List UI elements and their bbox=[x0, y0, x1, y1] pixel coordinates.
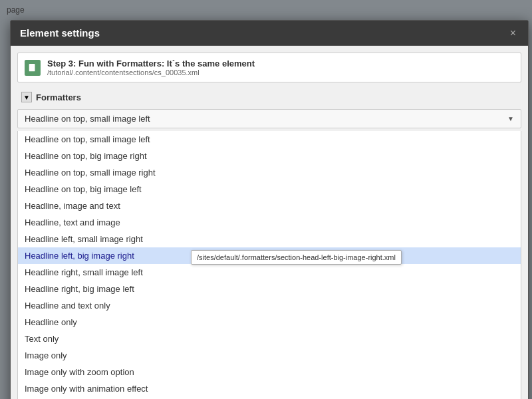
element-step-label: Step 3: Fun with Formatters: It´s the sa… bbox=[47, 59, 255, 68]
formatters-label: Formatters bbox=[36, 92, 81, 102]
element-text-block: Step 3: Fun with Formatters: It´s the sa… bbox=[47, 59, 255, 76]
chevron-down-icon: ▼ bbox=[507, 115, 514, 122]
list-item[interactable]: Headline on top, small image right bbox=[18, 164, 521, 181]
modal-body: Step 3: Fun with Formatters: It´s the sa… bbox=[11, 46, 528, 399]
list-item-selected[interactable]: Headline left, big image right /sites/de… bbox=[18, 247, 521, 264]
list-item[interactable]: Headline only bbox=[18, 314, 521, 331]
list-item[interactable]: Headline, text and image bbox=[18, 214, 521, 231]
formatter-dropdown-list: Headline on top, small image left Headli… bbox=[17, 131, 521, 399]
list-item[interactable]: Headline right, small image left bbox=[18, 264, 521, 281]
formatter-dropdown-select[interactable]: Headline on top, small image left ▼ bbox=[17, 109, 521, 128]
formatters-toggle-button[interactable]: ▼ bbox=[21, 92, 32, 102]
element-path-label: /tutorial/.content/contentsections/cs_00… bbox=[47, 68, 255, 76]
formatters-header: ▼ Formatters bbox=[17, 89, 521, 105]
modal-header: Element settings × bbox=[11, 21, 528, 46]
element-type-icon bbox=[25, 60, 41, 76]
list-item[interactable]: Text only bbox=[18, 331, 521, 347]
list-item[interactable]: Image only bbox=[18, 347, 521, 364]
list-item[interactable]: Headline on top, big image left bbox=[18, 181, 521, 198]
modal-title: Element settings bbox=[20, 27, 100, 39]
formatters-section: ▼ Formatters Headline on top, small imag… bbox=[17, 89, 521, 399]
element-settings-modal: Element settings × Step 3: Fun with Form… bbox=[10, 20, 529, 399]
list-item[interactable]: Headline and text only bbox=[18, 297, 521, 314]
modal-close-button[interactable]: × bbox=[507, 28, 519, 39]
list-item[interactable]: Headline on top, big image right bbox=[18, 148, 521, 164]
formatter-path-tooltip: /sites/default/.formatters/section-head-… bbox=[191, 250, 402, 265]
list-item[interactable]: Headline on top, small image left bbox=[18, 131, 521, 148]
list-item[interactable]: Headline, image and text bbox=[18, 198, 521, 214]
list-item[interactable]: Image only with animation effect bbox=[18, 380, 521, 397]
list-item[interactable]: Headline left, small image right bbox=[18, 231, 521, 247]
document-icon bbox=[28, 63, 37, 72]
element-info-box: Step 3: Fun with Formatters: It´s the sa… bbox=[17, 53, 521, 82]
list-item[interactable]: Image only with zoom option bbox=[18, 364, 521, 380]
dropdown-selected-value: Headline on top, small image left bbox=[25, 114, 150, 124]
list-item[interactable]: Headline right, big image left bbox=[18, 281, 521, 297]
